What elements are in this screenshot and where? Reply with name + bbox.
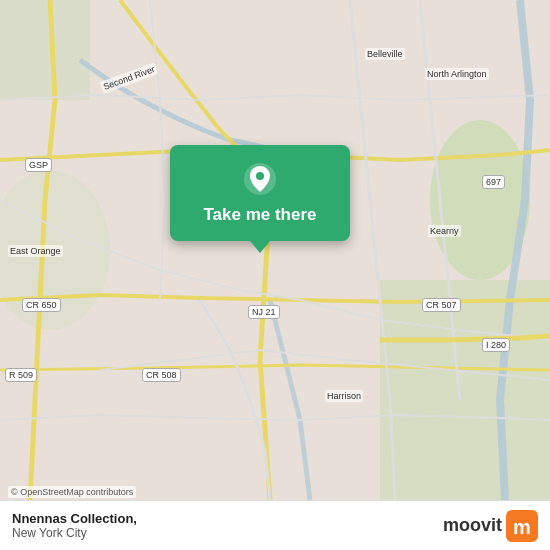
moovit-text: moovit	[443, 515, 502, 536]
harrison-label: Harrison	[325, 390, 363, 402]
697-badge: 697	[482, 175, 505, 189]
nj21-badge: NJ 21	[248, 305, 280, 319]
map-attribution: © OpenStreetMap contributors	[8, 486, 136, 498]
cr508-badge: CR 508	[142, 368, 181, 382]
take-me-there-popup[interactable]: Take me there	[170, 145, 350, 253]
svg-point-6	[256, 172, 264, 180]
place-city: New York City	[12, 526, 137, 540]
place-name: Nnennas Collection,	[12, 511, 137, 526]
map-pin-icon	[242, 161, 278, 197]
popup-tail	[250, 241, 270, 253]
cr507-badge: CR 507	[422, 298, 461, 312]
north-arlington-label: North Arlington	[425, 68, 489, 80]
cr650-badge: CR 650	[22, 298, 61, 312]
r509-badge: R 509	[5, 368, 37, 382]
moovit-logo: moovit m	[443, 510, 538, 542]
map-container: Belleville North Arlington East Orange K…	[0, 0, 550, 500]
place-info: Nnennas Collection, New York City	[12, 511, 137, 540]
svg-rect-2	[380, 280, 550, 500]
i280-badge: I 280	[482, 338, 510, 352]
green-card[interactable]: Take me there	[170, 145, 350, 241]
bottom-bar: Nnennas Collection, New York City moovit…	[0, 500, 550, 550]
belleville-label: Belleville	[365, 48, 405, 60]
svg-rect-3	[0, 0, 90, 100]
take-me-there-label[interactable]: Take me there	[203, 205, 316, 225]
east-orange-label: East Orange	[8, 245, 63, 257]
svg-text:m: m	[513, 516, 531, 538]
kearny-label: Kearny	[428, 225, 461, 237]
moovit-icon: m	[506, 510, 538, 542]
gsp-badge: GSP	[25, 158, 52, 172]
